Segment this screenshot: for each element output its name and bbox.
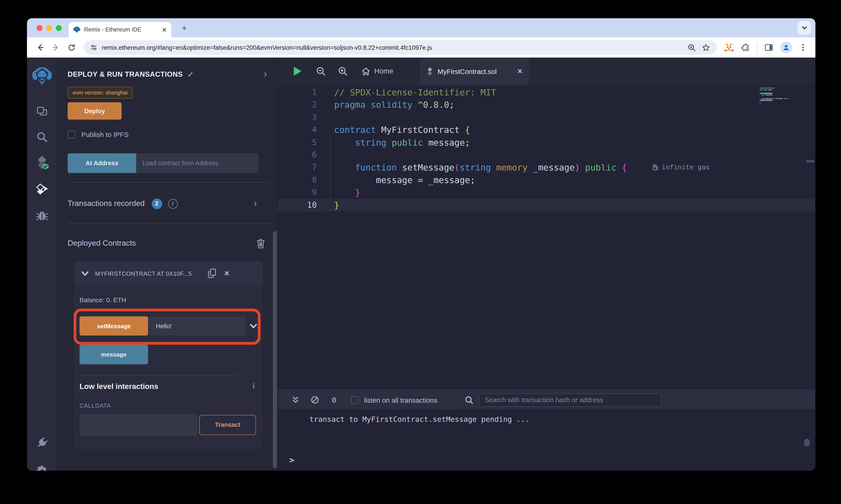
deploy-run-panel: DEPLOY & RUN TRANSACTIONS ✓ › evm versio… [57, 57, 278, 471]
tab-close-icon[interactable]: ✕ [162, 26, 167, 33]
copy-address-icon[interactable] [207, 268, 217, 278]
line-number: 7 [278, 161, 317, 174]
code-line[interactable]: } [334, 199, 751, 211]
clear-instances-trash-icon[interactable] [256, 238, 265, 248]
home-tab[interactable]: Home [362, 67, 393, 75]
transactions-expand-icon[interactable]: › [254, 198, 257, 208]
transactions-recorded-label: Transactions recorded [68, 199, 145, 208]
toolbar-divider [757, 43, 757, 52]
new-tab-button[interactable]: + [179, 23, 190, 34]
toolbar-right-icons [724, 41, 809, 53]
browser-tab[interactable]: Remix - Ethereum IDE ✕ [69, 22, 171, 37]
minimize-window-button[interactable] [46, 25, 52, 31]
address-bar[interactable]: remix.ethereum.org/#lang=en&optimize=fal… [84, 40, 717, 55]
code-line[interactable]: message = _message; [334, 174, 751, 186]
solidity-compiler-icon[interactable] [27, 152, 57, 173]
extensions-icon[interactable] [741, 43, 750, 52]
card-divider [79, 375, 237, 376]
panel-chevron-right-icon[interactable]: › [264, 69, 267, 78]
code-line[interactable]: // SPDX-License-Identifier: MIT [334, 86, 751, 99]
browser-menu-icon[interactable] [799, 43, 807, 52]
code-line[interactable] [334, 149, 751, 161]
code-lines[interactable]: // SPDX-License-Identifier: MITpragma so… [334, 86, 751, 211]
browser-tabstrip: Remix - Ethereum IDE ✕ + [27, 18, 816, 37]
panel-scrollbar-thumb[interactable] [273, 231, 277, 468]
run-script-play-icon[interactable] [293, 66, 302, 76]
code-line[interactable]: function setMessage(string memory _messa… [334, 161, 751, 174]
home-icon [362, 67, 370, 75]
browser-window: Remix - Ethereum IDE ✕ + remix.ethereum.… [27, 18, 816, 471]
tab-search-button[interactable] [797, 21, 811, 35]
file-tab-active[interactable]: MyFirstContract.sol ✕ [421, 57, 529, 85]
contract-instance-header[interactable]: MYFIRSTCONTRACT AT 0X10F...5 ✕ [74, 262, 263, 285]
message-getter-button[interactable]: message [80, 345, 148, 364]
remix-app: DEPLOY & RUN TRANSACTIONS ✓ › evm versio… [27, 57, 816, 471]
search-icon[interactable] [27, 127, 57, 147]
expand-args-chevron-icon[interactable] [250, 323, 257, 328]
listen-all-label: listen on all transactions [364, 396, 437, 404]
file-tab-label: MyFirstContract.sol [437, 67, 513, 75]
reload-button[interactable] [65, 41, 78, 54]
sidebar-toggle-icon[interactable] [764, 43, 773, 52]
deployed-contracts-title: Deployed Contracts [68, 239, 136, 248]
back-button[interactable] [33, 41, 47, 54]
deploy-run-icon[interactable] [27, 179, 57, 199]
metamask-icon[interactable] [724, 42, 734, 53]
editor-column: Home MyFirstContract.sol ✕ 12345678910 /… [278, 57, 816, 471]
fullscreen-window-button[interactable] [56, 25, 62, 31]
set-message-function-button[interactable]: setMessage [80, 317, 148, 336]
calldata-input[interactable] [80, 414, 198, 435]
deploy-button[interactable]: Deploy [68, 102, 122, 120]
line-number: 1 [278, 86, 317, 99]
code-editor[interactable]: 12345678910 // SPDX-License-Identifier: … [278, 85, 816, 390]
settings-gear-icon[interactable] [27, 461, 57, 471]
close-file-tab-icon[interactable]: ✕ [517, 68, 522, 75]
site-settings-icon[interactable] [90, 44, 97, 51]
close-window-button[interactable] [37, 25, 42, 31]
transactions-info-icon[interactable]: i [168, 199, 177, 209]
at-address-input[interactable] [136, 154, 258, 173]
zoom-page-icon[interactable] [687, 43, 696, 52]
transactions-count-badge: 2 [152, 198, 162, 209]
set-message-arg-input[interactable] [149, 317, 246, 336]
profile-avatar[interactable] [780, 41, 792, 53]
low-level-title: Low level interactions [80, 382, 158, 391]
at-address-button[interactable]: At Address [68, 154, 136, 173]
contract-instance-name: MYFIRSTCONTRACT AT 0X10F...5 [95, 270, 204, 277]
remix-logo-icon[interactable] [27, 64, 57, 88]
close-instance-icon[interactable]: ✕ [224, 269, 230, 277]
code-line[interactable] [334, 111, 751, 124]
code-line[interactable]: string public message; [334, 136, 751, 149]
terminal-search-input[interactable] [479, 393, 662, 407]
code-line[interactable]: pragma solidity ^0.8.0; [334, 99, 751, 111]
listen-all-checkbox[interactable] [351, 396, 359, 404]
transact-button[interactable]: Transact [199, 415, 256, 435]
editor-scrollbar-thumb[interactable] [806, 160, 814, 163]
browser-toolbar: remix.ethereum.org/#lang=en&optimize=fal… [27, 37, 816, 57]
collapse-terminal-icon[interactable] [292, 396, 299, 403]
terminal-scrollbar-thumb[interactable] [804, 439, 810, 447]
zoom-out-icon[interactable] [316, 66, 326, 76]
file-explorer-icon[interactable] [27, 101, 57, 122]
line-number: 2 [278, 99, 317, 111]
low-level-info-icon[interactable]: i [253, 382, 255, 390]
clear-terminal-icon[interactable] [311, 396, 319, 404]
pending-tx-count: 0 [332, 396, 336, 404]
debugger-icon[interactable] [27, 205, 57, 226]
zoom-in-icon[interactable] [338, 66, 348, 76]
compile-success-check-icon: ✓ [187, 70, 194, 79]
terminal-output[interactable]: transact to MyFirstContract.setMessage p… [278, 410, 816, 471]
code-line[interactable]: } [334, 186, 751, 199]
forward-button[interactable] [49, 41, 63, 54]
traffic-lights [37, 25, 62, 31]
editor-minimap[interactable] [760, 88, 804, 105]
url-text[interactable]: remix.ethereum.org/#lang=en&optimize=fal… [102, 44, 683, 51]
publish-ipfs-checkbox[interactable] [68, 130, 75, 138]
chevron-down-icon[interactable] [81, 271, 89, 276]
code-line[interactable]: contract MyFirstContract { [334, 124, 751, 136]
plugin-manager-icon[interactable] [27, 432, 57, 452]
calldata-label: CALLDATA [80, 402, 257, 409]
bookmark-star-icon[interactable] [702, 43, 710, 52]
line-number: 5 [278, 136, 317, 149]
line-number: 9 [278, 186, 317, 199]
